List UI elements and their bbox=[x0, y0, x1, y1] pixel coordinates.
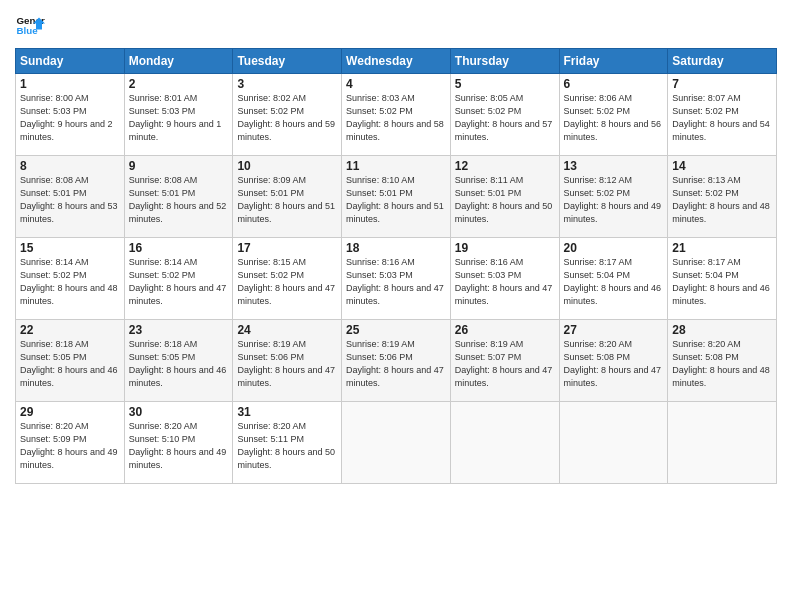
day-detail: Sunrise: 8:14 AMSunset: 5:02 PMDaylight:… bbox=[20, 256, 120, 308]
day-detail: Sunrise: 8:15 AMSunset: 5:02 PMDaylight:… bbox=[237, 256, 337, 308]
day-detail: Sunrise: 8:19 AMSunset: 5:07 PMDaylight:… bbox=[455, 338, 555, 390]
day-detail: Sunrise: 8:13 AMSunset: 5:02 PMDaylight:… bbox=[672, 174, 772, 226]
calendar-cell: 23Sunrise: 8:18 AMSunset: 5:05 PMDayligh… bbox=[124, 320, 233, 402]
day-detail: Sunrise: 8:20 AMSunset: 5:10 PMDaylight:… bbox=[129, 420, 229, 472]
day-detail: Sunrise: 8:10 AMSunset: 5:01 PMDaylight:… bbox=[346, 174, 446, 226]
day-number: 23 bbox=[129, 323, 229, 337]
day-number: 11 bbox=[346, 159, 446, 173]
calendar-cell: 26Sunrise: 8:19 AMSunset: 5:07 PMDayligh… bbox=[450, 320, 559, 402]
day-number: 14 bbox=[672, 159, 772, 173]
day-detail: Sunrise: 8:20 AMSunset: 5:09 PMDaylight:… bbox=[20, 420, 120, 472]
calendar-cell bbox=[559, 402, 668, 484]
svg-text:Blue: Blue bbox=[17, 25, 39, 36]
calendar-cell bbox=[342, 402, 451, 484]
col-header-tuesday: Tuesday bbox=[233, 49, 342, 74]
day-number: 27 bbox=[564, 323, 664, 337]
day-detail: Sunrise: 8:20 AMSunset: 5:11 PMDaylight:… bbox=[237, 420, 337, 472]
day-detail: Sunrise: 8:16 AMSunset: 5:03 PMDaylight:… bbox=[455, 256, 555, 308]
calendar-table: SundayMondayTuesdayWednesdayThursdayFrid… bbox=[15, 48, 777, 484]
day-detail: Sunrise: 8:00 AMSunset: 5:03 PMDaylight:… bbox=[20, 92, 120, 144]
day-number: 5 bbox=[455, 77, 555, 91]
calendar-cell bbox=[668, 402, 777, 484]
day-number: 12 bbox=[455, 159, 555, 173]
calendar-cell: 21Sunrise: 8:17 AMSunset: 5:04 PMDayligh… bbox=[668, 238, 777, 320]
calendar-cell: 16Sunrise: 8:14 AMSunset: 5:02 PMDayligh… bbox=[124, 238, 233, 320]
calendar-cell: 18Sunrise: 8:16 AMSunset: 5:03 PMDayligh… bbox=[342, 238, 451, 320]
day-number: 1 bbox=[20, 77, 120, 91]
calendar-cell: 15Sunrise: 8:14 AMSunset: 5:02 PMDayligh… bbox=[16, 238, 125, 320]
day-detail: Sunrise: 8:08 AMSunset: 5:01 PMDaylight:… bbox=[129, 174, 229, 226]
calendar-body: 1Sunrise: 8:00 AMSunset: 5:03 PMDaylight… bbox=[16, 74, 777, 484]
calendar-cell: 12Sunrise: 8:11 AMSunset: 5:01 PMDayligh… bbox=[450, 156, 559, 238]
day-number: 8 bbox=[20, 159, 120, 173]
day-number: 24 bbox=[237, 323, 337, 337]
day-number: 21 bbox=[672, 241, 772, 255]
calendar-cell: 8Sunrise: 8:08 AMSunset: 5:01 PMDaylight… bbox=[16, 156, 125, 238]
calendar-week-4: 29Sunrise: 8:20 AMSunset: 5:09 PMDayligh… bbox=[16, 402, 777, 484]
col-header-friday: Friday bbox=[559, 49, 668, 74]
day-number: 30 bbox=[129, 405, 229, 419]
day-number: 19 bbox=[455, 241, 555, 255]
day-detail: Sunrise: 8:03 AMSunset: 5:02 PMDaylight:… bbox=[346, 92, 446, 144]
calendar-cell: 17Sunrise: 8:15 AMSunset: 5:02 PMDayligh… bbox=[233, 238, 342, 320]
day-detail: Sunrise: 8:17 AMSunset: 5:04 PMDaylight:… bbox=[672, 256, 772, 308]
calendar-cell: 11Sunrise: 8:10 AMSunset: 5:01 PMDayligh… bbox=[342, 156, 451, 238]
calendar-header-row: SundayMondayTuesdayWednesdayThursdayFrid… bbox=[16, 49, 777, 74]
calendar-cell: 9Sunrise: 8:08 AMSunset: 5:01 PMDaylight… bbox=[124, 156, 233, 238]
day-detail: Sunrise: 8:09 AMSunset: 5:01 PMDaylight:… bbox=[237, 174, 337, 226]
day-detail: Sunrise: 8:12 AMSunset: 5:02 PMDaylight:… bbox=[564, 174, 664, 226]
calendar-cell: 2Sunrise: 8:01 AMSunset: 5:03 PMDaylight… bbox=[124, 74, 233, 156]
day-detail: Sunrise: 8:20 AMSunset: 5:08 PMDaylight:… bbox=[564, 338, 664, 390]
logo-icon: General Blue bbox=[15, 10, 45, 40]
logo: General Blue bbox=[15, 10, 45, 40]
col-header-wednesday: Wednesday bbox=[342, 49, 451, 74]
day-number: 10 bbox=[237, 159, 337, 173]
day-detail: Sunrise: 8:02 AMSunset: 5:02 PMDaylight:… bbox=[237, 92, 337, 144]
day-detail: Sunrise: 8:08 AMSunset: 5:01 PMDaylight:… bbox=[20, 174, 120, 226]
day-detail: Sunrise: 8:20 AMSunset: 5:08 PMDaylight:… bbox=[672, 338, 772, 390]
day-number: 15 bbox=[20, 241, 120, 255]
day-detail: Sunrise: 8:19 AMSunset: 5:06 PMDaylight:… bbox=[237, 338, 337, 390]
col-header-saturday: Saturday bbox=[668, 49, 777, 74]
calendar-cell bbox=[450, 402, 559, 484]
day-number: 6 bbox=[564, 77, 664, 91]
col-header-sunday: Sunday bbox=[16, 49, 125, 74]
day-detail: Sunrise: 8:06 AMSunset: 5:02 PMDaylight:… bbox=[564, 92, 664, 144]
day-detail: Sunrise: 8:19 AMSunset: 5:06 PMDaylight:… bbox=[346, 338, 446, 390]
day-number: 16 bbox=[129, 241, 229, 255]
calendar-week-0: 1Sunrise: 8:00 AMSunset: 5:03 PMDaylight… bbox=[16, 74, 777, 156]
calendar-week-1: 8Sunrise: 8:08 AMSunset: 5:01 PMDaylight… bbox=[16, 156, 777, 238]
day-detail: Sunrise: 8:14 AMSunset: 5:02 PMDaylight:… bbox=[129, 256, 229, 308]
calendar-cell: 19Sunrise: 8:16 AMSunset: 5:03 PMDayligh… bbox=[450, 238, 559, 320]
day-detail: Sunrise: 8:11 AMSunset: 5:01 PMDaylight:… bbox=[455, 174, 555, 226]
calendar-cell: 13Sunrise: 8:12 AMSunset: 5:02 PMDayligh… bbox=[559, 156, 668, 238]
day-number: 17 bbox=[237, 241, 337, 255]
day-number: 20 bbox=[564, 241, 664, 255]
day-detail: Sunrise: 8:05 AMSunset: 5:02 PMDaylight:… bbox=[455, 92, 555, 144]
calendar-cell: 1Sunrise: 8:00 AMSunset: 5:03 PMDaylight… bbox=[16, 74, 125, 156]
day-number: 29 bbox=[20, 405, 120, 419]
calendar-cell: 4Sunrise: 8:03 AMSunset: 5:02 PMDaylight… bbox=[342, 74, 451, 156]
day-detail: Sunrise: 8:17 AMSunset: 5:04 PMDaylight:… bbox=[564, 256, 664, 308]
day-detail: Sunrise: 8:18 AMSunset: 5:05 PMDaylight:… bbox=[20, 338, 120, 390]
day-number: 28 bbox=[672, 323, 772, 337]
calendar-cell: 28Sunrise: 8:20 AMSunset: 5:08 PMDayligh… bbox=[668, 320, 777, 402]
calendar-cell: 10Sunrise: 8:09 AMSunset: 5:01 PMDayligh… bbox=[233, 156, 342, 238]
calendar-cell: 20Sunrise: 8:17 AMSunset: 5:04 PMDayligh… bbox=[559, 238, 668, 320]
day-detail: Sunrise: 8:07 AMSunset: 5:02 PMDaylight:… bbox=[672, 92, 772, 144]
day-number: 18 bbox=[346, 241, 446, 255]
day-number: 2 bbox=[129, 77, 229, 91]
day-number: 3 bbox=[237, 77, 337, 91]
calendar-cell: 7Sunrise: 8:07 AMSunset: 5:02 PMDaylight… bbox=[668, 74, 777, 156]
day-detail: Sunrise: 8:18 AMSunset: 5:05 PMDaylight:… bbox=[129, 338, 229, 390]
day-detail: Sunrise: 8:16 AMSunset: 5:03 PMDaylight:… bbox=[346, 256, 446, 308]
col-header-thursday: Thursday bbox=[450, 49, 559, 74]
day-detail: Sunrise: 8:01 AMSunset: 5:03 PMDaylight:… bbox=[129, 92, 229, 144]
calendar-cell: 5Sunrise: 8:05 AMSunset: 5:02 PMDaylight… bbox=[450, 74, 559, 156]
day-number: 22 bbox=[20, 323, 120, 337]
calendar-cell: 29Sunrise: 8:20 AMSunset: 5:09 PMDayligh… bbox=[16, 402, 125, 484]
calendar-week-3: 22Sunrise: 8:18 AMSunset: 5:05 PMDayligh… bbox=[16, 320, 777, 402]
calendar-cell: 27Sunrise: 8:20 AMSunset: 5:08 PMDayligh… bbox=[559, 320, 668, 402]
day-number: 25 bbox=[346, 323, 446, 337]
day-number: 4 bbox=[346, 77, 446, 91]
